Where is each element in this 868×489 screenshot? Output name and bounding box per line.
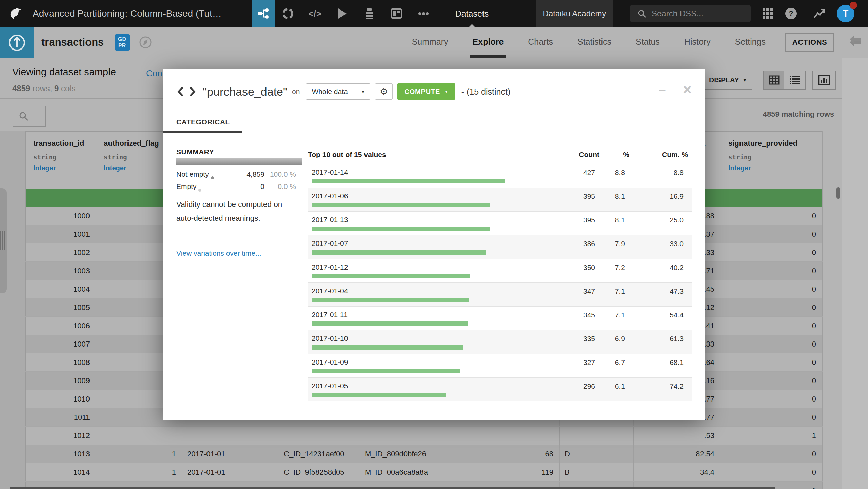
tab-status[interactable]: Status <box>636 27 660 58</box>
display-dropdown-button[interactable]: DISPLAY ▼ <box>704 71 752 90</box>
cell[interactable]: 1012 <box>26 427 96 445</box>
value-row[interactable]: 2017-01-073867.933.0 <box>308 235 692 259</box>
cell[interactable] <box>182 427 279 445</box>
next-column-icon[interactable] <box>186 84 198 99</box>
column-header-transaction_id[interactable]: transaction_idstringInteger <box>26 132 96 189</box>
tab-categorical[interactable]: CATEGORICAL <box>176 118 230 126</box>
cell[interactable]: 1000 <box>26 207 96 225</box>
cell[interactable]: 1 <box>721 427 823 445</box>
close-icon[interactable]: × <box>683 82 692 97</box>
cell[interactable]: 0 <box>721 335 823 353</box>
column-charts-button[interactable] <box>812 71 836 90</box>
cell[interactable]: 0 <box>721 262 823 280</box>
filter-drawer-handle[interactable] <box>0 188 7 293</box>
tab-charts[interactable]: Charts <box>528 27 553 58</box>
cell[interactable]: 0 <box>721 408 823 427</box>
table-search-box[interactable] <box>13 106 46 127</box>
column-name[interactable]: transaction_id <box>33 139 96 148</box>
cell[interactable]: M_ID_809d0bfe26 <box>360 445 447 463</box>
flow-icon[interactable] <box>252 0 275 27</box>
value-row[interactable]: 2017-01-052966.174.2 <box>308 377 692 401</box>
tab-summary[interactable]: Summary <box>412 27 448 58</box>
stack-icon[interactable] <box>362 6 377 21</box>
global-search[interactable] <box>630 5 751 22</box>
open-panel-arrow-icon[interactable] <box>849 34 862 45</box>
vertical-scrollbar[interactable] <box>836 187 840 199</box>
cell[interactable]: 1003 <box>26 262 96 280</box>
cell[interactable]: 0 <box>721 280 823 298</box>
value-row[interactable]: 2017-01-093276.768.1 <box>308 354 692 377</box>
help-icon[interactable]: ? <box>785 8 797 19</box>
instance-name[interactable]: Dataiku Academy <box>536 0 613 27</box>
cell[interactable]: 1014 <box>26 463 96 482</box>
column-header-signature_provided[interactable]: signature_providedstringInteger <box>721 132 823 189</box>
cell[interactable]: 0 <box>721 372 823 390</box>
cell[interactable]: 1013 <box>26 445 96 463</box>
value-row[interactable]: 2017-01-043477.147.3 <box>308 282 692 306</box>
value-row[interactable]: 2017-01-144278.88.8 <box>308 164 692 188</box>
column-meaning-link[interactable]: Integer <box>33 164 96 172</box>
cell[interactable]: .53 <box>634 427 721 445</box>
cell[interactable]: B <box>560 463 634 482</box>
cell[interactable]: 1010 <box>26 390 96 408</box>
cell[interactable]: 1001 <box>26 225 96 243</box>
settings-gear-button[interactable]: ⚙ <box>375 83 393 100</box>
cell[interactable]: 0 <box>721 353 823 372</box>
cell[interactable]: 82.54 <box>634 445 721 463</box>
cell[interactable]: 0 <box>721 225 823 243</box>
cell[interactable]: D <box>560 445 634 463</box>
search-input[interactable] <box>651 8 737 19</box>
cell[interactable]: 2017-01-01 <box>182 445 279 463</box>
cell[interactable]: M_ID_00a6ca8a8a <box>360 463 447 482</box>
horizontal-scrollbar[interactable] <box>10 487 775 489</box>
cell[interactable]: 1002 <box>26 243 96 262</box>
tab-settings[interactable]: Settings <box>735 27 766 58</box>
cell[interactable] <box>360 427 447 445</box>
code-icon[interactable]: </> <box>308 6 322 21</box>
cell[interactable]: 34.4 <box>634 463 721 482</box>
navigator-compass-icon[interactable] <box>139 36 152 49</box>
cell[interactable]: 0 <box>721 207 823 225</box>
cell[interactable]: 1006 <box>26 317 96 335</box>
notebook-icon[interactable] <box>389 6 404 21</box>
cell[interactable]: 2017-01-01 <box>182 463 279 482</box>
cell[interactable]: 1 <box>96 463 182 482</box>
cell[interactable]: 1004 <box>26 280 96 298</box>
value-row[interactable]: 2017-01-063958.116.9 <box>308 188 692 211</box>
cell[interactable]: 1005 <box>26 298 96 317</box>
previous-column-icon[interactable] <box>175 84 186 99</box>
cell[interactable]: 0 <box>721 243 823 262</box>
cell[interactable]: C_ID_9f58258d05 <box>279 463 360 482</box>
trend-arrow-icon[interactable] <box>812 6 827 21</box>
lab-icon[interactable] <box>280 6 295 21</box>
tab-history[interactable]: History <box>684 27 711 58</box>
cell[interactable]: 68 <box>447 445 560 463</box>
cell[interactable]: 0 <box>721 445 823 463</box>
value-row[interactable]: 2017-01-113457.154.4 <box>308 306 692 330</box>
dataiku-bird-logo-icon[interactable] <box>8 6 23 21</box>
cell[interactable]: 0 <box>721 463 823 482</box>
cell[interactable]: 0 <box>721 317 823 335</box>
cell[interactable]: 1 <box>96 445 182 463</box>
dataset-icon[interactable] <box>0 27 34 58</box>
cell[interactable]: 119 <box>447 463 560 482</box>
cell[interactable] <box>560 427 634 445</box>
value-row[interactable]: 2017-01-103356.961.3 <box>308 330 692 354</box>
cell[interactable]: 0 <box>721 298 823 317</box>
actions-button[interactable]: ACTIONS <box>785 33 834 52</box>
cell[interactable]: 1007 <box>26 335 96 353</box>
cell[interactable] <box>447 427 560 445</box>
cell[interactable]: 0 <box>721 390 823 408</box>
cell[interactable] <box>279 427 360 445</box>
user-avatar[interactable]: T <box>837 5 854 22</box>
nav-section-datasets[interactable]: Datasets <box>450 0 494 27</box>
gdpr-badge[interactable]: GD PR <box>115 34 130 51</box>
cell[interactable]: 1011 <box>26 408 96 427</box>
cell[interactable]: 1009 <box>26 372 96 390</box>
apps-waffle-icon[interactable] <box>760 6 775 21</box>
jobs-play-icon[interactable] <box>335 6 350 21</box>
compute-button[interactable]: COMPUTE ▼ <box>397 83 455 100</box>
configure-sample-link[interactable]: Conf <box>146 68 165 79</box>
tab-statistics[interactable]: Statistics <box>577 27 611 58</box>
project-title[interactable]: Advanced Partitioning: Column-Based (Tut… <box>33 8 245 19</box>
